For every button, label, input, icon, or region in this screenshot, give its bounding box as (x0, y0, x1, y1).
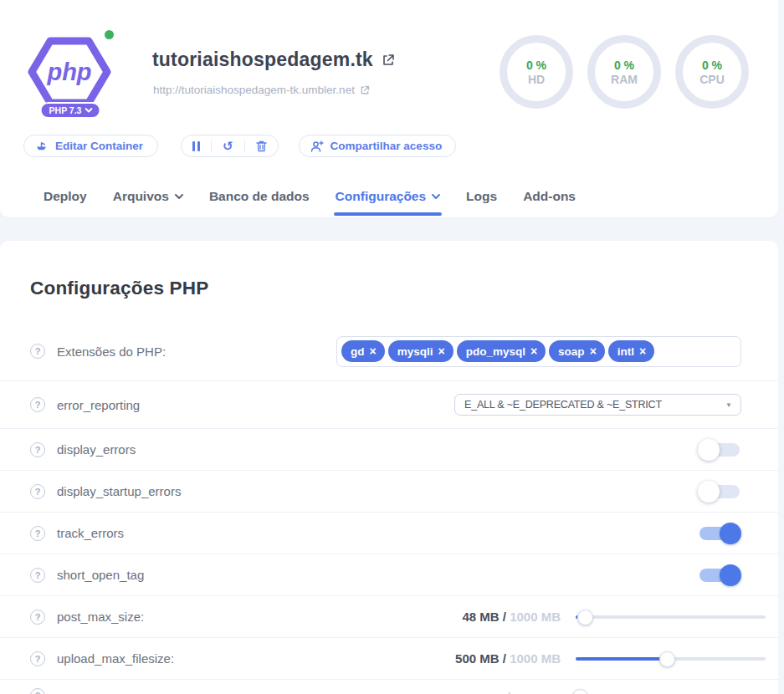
gauge-cpu-value: 0 % (702, 59, 722, 72)
slider-knob[interactable] (572, 689, 588, 694)
tab-deploy-label: Deploy (44, 189, 87, 204)
display-startup-errors-toggle[interactable] (699, 485, 740, 498)
help-icon[interactable]: ? (30, 442, 45, 457)
tab-banco-de-dados[interactable]: Banco de dados (209, 176, 310, 217)
chevron-down-icon (432, 194, 440, 200)
tab-deploy[interactable]: Deploy (44, 176, 87, 217)
person-plus-icon (310, 140, 324, 152)
post-max-size-value: 48 MB / 1000 MB (462, 610, 561, 624)
setting-label: display_startup_errors (57, 484, 181, 498)
gauge-cpu: 0 % CPU (675, 35, 749, 109)
toggle-knob (720, 523, 741, 544)
upload-max-filesize-slider[interactable] (576, 651, 766, 667)
setting-row-partial: ? / (0, 679, 778, 694)
help-icon[interactable]: ? (30, 484, 45, 499)
setting-row-short-open-tag: ? short_open_tag (0, 554, 778, 595)
toggle-knob (698, 439, 720, 461)
external-link-icon[interactable] (360, 85, 370, 95)
restart-icon: ↺ (223, 140, 233, 152)
tab-configuracoes[interactable]: Configurações (336, 176, 441, 217)
current-value: 500 MB / (455, 651, 506, 666)
tab-logs[interactable]: Logs (466, 176, 497, 217)
slider-knob[interactable] (577, 610, 593, 625)
setting-row-display-startup-errors: ? display_startup_errors (0, 470, 778, 512)
extension-tag[interactable]: soap × (549, 340, 605, 362)
tag-label: pdo_mysql (466, 345, 525, 358)
short-open-tag-toggle[interactable] (699, 569, 740, 582)
select-arrow-icon: ▼ (725, 401, 732, 409)
slider-knob[interactable] (659, 651, 675, 667)
restart-button[interactable]: ↺ (211, 140, 244, 152)
tab-bar: Deploy Arquivos Banco de dados Configura… (44, 176, 576, 217)
help-icon[interactable]: ? (30, 397, 45, 412)
setting-row-error-reporting: ? error_reporting E_ALL & ~E_DEPRECATED … (0, 380, 778, 428)
max-value: 1000 MB (510, 610, 561, 624)
extension-tag[interactable]: pdo_mysql × (457, 340, 546, 362)
gauge-hd: 0 % HD (500, 35, 573, 109)
page-title: tutoriaishospedagem.tk (152, 48, 373, 71)
php-version-badge[interactable]: PHP 7.3 (40, 102, 101, 119)
toggle-knob (720, 564, 741, 586)
remove-tag-icon[interactable]: × (590, 345, 597, 357)
extension-tag[interactable]: gd × (341, 340, 385, 362)
php-hexagon-icon: php (28, 30, 111, 114)
section-heading: Configurações PHP (30, 278, 208, 299)
help-icon[interactable]: ? (30, 651, 45, 666)
php-settings-card: Configurações PHP ? Extensões do PHP: gd… (0, 241, 778, 694)
remove-tag-icon[interactable]: × (530, 345, 537, 357)
slider-fill (576, 657, 667, 661)
tab-banco-label: Banco de dados (209, 189, 310, 204)
edit-container-button[interactable]: Editar Container (23, 135, 158, 157)
site-title-row: tutoriaishospedagem.tk (152, 48, 395, 71)
delete-button[interactable] (244, 140, 278, 152)
help-icon[interactable]: ? (30, 526, 45, 541)
setting-label: track_errors (57, 526, 124, 540)
container-icon (35, 140, 48, 151)
gauge-hd-label: HD (528, 73, 545, 86)
share-access-button[interactable]: Compartilhar acesso (299, 135, 457, 157)
php-extensions-input[interactable]: gd × mysqli × pdo_mysql × soap × intl (336, 336, 741, 367)
help-icon[interactable]: ? (30, 688, 45, 694)
remove-tag-icon[interactable]: × (438, 345, 444, 357)
display-errors-toggle[interactable] (699, 443, 740, 457)
error-reporting-select[interactable]: E_ALL & ~E_DEPRECATED & ~E_STRICT ▼ (454, 394, 741, 416)
remove-tag-icon[interactable]: × (639, 345, 646, 357)
active-tab-underline (334, 212, 443, 216)
help-icon[interactable]: ? (30, 610, 45, 625)
tab-arquivos[interactable]: Arquivos (113, 176, 183, 217)
setting-label: post_max_size: (57, 610, 144, 624)
gauge-ram-value: 0 % (614, 59, 634, 72)
partial-slider[interactable] (576, 688, 766, 694)
pause-icon (192, 141, 200, 151)
container-actions: Editar Container ↺ Compartilhar acesso (23, 135, 456, 157)
partial-value-slash: / (507, 688, 510, 694)
track-errors-toggle[interactable] (699, 527, 740, 540)
toggle-knob (698, 481, 720, 503)
resource-gauges: 0 % HD 0 % RAM 0 % CPU (500, 35, 749, 109)
site-url-link[interactable]: http://tutoriaishospedagem-tk.umbler.net (153, 84, 355, 96)
post-max-size-slider[interactable] (576, 609, 766, 625)
chevron-down-icon (175, 194, 183, 200)
setting-label: error_reporting (57, 398, 140, 412)
tab-logs-label: Logs (466, 189, 497, 204)
pause-button[interactable] (182, 140, 211, 152)
gauge-cpu-label: CPU (699, 73, 725, 86)
container-control-group: ↺ (181, 135, 279, 157)
setting-row-display-errors: ? display_errors (0, 428, 778, 470)
help-icon[interactable]: ? (30, 568, 45, 583)
share-access-label: Compartilhar acesso (331, 140, 443, 152)
gauge-hd-value: 0 % (526, 59, 546, 72)
selected-value: E_ALL & ~E_DEPRECATED & ~E_STRICT (464, 399, 662, 411)
external-link-icon[interactable] (382, 54, 395, 67)
extension-tag[interactable]: mysqli × (388, 340, 453, 362)
tag-label: gd (351, 345, 365, 358)
remove-tag-icon[interactable]: × (370, 345, 377, 357)
gauge-ram-label: RAM (611, 73, 638, 86)
extension-tag[interactable]: intl × (608, 340, 654, 362)
tab-add-ons[interactable]: Add-ons (523, 176, 576, 217)
site-url-row: http://tutoriaishospedagem-tk.umbler.net (153, 84, 370, 96)
status-dot (105, 30, 114, 39)
help-icon[interactable]: ? (30, 344, 45, 359)
tab-configuracoes-label: Configurações (336, 189, 427, 204)
tab-addons-label: Add-ons (523, 189, 576, 204)
